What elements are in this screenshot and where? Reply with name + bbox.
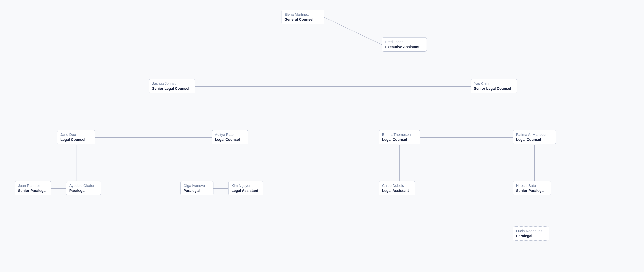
node-name-fatima: Fatima Al-Mansour <box>516 133 553 137</box>
svg-line-0 <box>324 17 382 45</box>
node-name-emma: Emma Thompson <box>382 133 417 137</box>
node-title-chloe: Legal Assistant <box>382 189 412 193</box>
node-name-olga: Olga Ivanova <box>184 184 210 188</box>
node-name-fred: Fred Jones <box>385 40 424 44</box>
node-jane[interactable]: Jane DoeLegal Counsel <box>57 130 95 144</box>
node-joshua[interactable]: Joshua JohnsonSenior Legal Counsel <box>149 79 195 93</box>
node-title-lucia: Paralegal <box>516 234 546 238</box>
node-title-juan: Senior Paralegal <box>18 189 48 193</box>
node-name-elena: Elena Martinez <box>284 12 321 17</box>
node-aditya[interactable]: Aditya PatelLegal Counsel <box>212 130 248 144</box>
node-title-jane: Legal Counsel <box>60 137 92 142</box>
node-title-fatima: Legal Counsel <box>516 137 553 142</box>
node-title-hiroshi: Senior Paralegal <box>516 189 548 193</box>
node-name-yao: Yao Chin <box>474 81 514 86</box>
node-kim[interactable]: Kim NguyenLegal Assistant <box>228 181 263 195</box>
node-hiroshi[interactable]: Hiroshi SatoSenior Paralegal <box>513 181 551 195</box>
node-olga[interactable]: Olga IvanovaParalegal <box>180 181 214 195</box>
node-title-aditya: Legal Counsel <box>215 137 245 142</box>
node-title-joshua: Senior Legal Counsel <box>152 86 192 91</box>
node-title-ayodele: Paralegal <box>69 189 98 193</box>
node-title-yao: Senior Legal Counsel <box>474 86 514 91</box>
node-name-kim: Kim Nguyen <box>232 184 260 188</box>
node-title-emma: Legal Counsel <box>382 137 417 142</box>
node-fatima[interactable]: Fatima Al-MansourLegal Counsel <box>513 130 556 144</box>
node-juan[interactable]: Juan RamirezSenior Paralegal <box>15 181 51 195</box>
node-name-ayodele: Ayodele Okafor <box>69 184 98 188</box>
node-name-hiroshi: Hiroshi Sato <box>516 184 548 188</box>
node-yao[interactable]: Yao ChinSenior Legal Counsel <box>471 79 517 93</box>
node-ayodele[interactable]: Ayodele OkaforParalegal <box>66 181 101 195</box>
node-title-olga: Paralegal <box>184 189 210 193</box>
node-chloe[interactable]: Chloe DuboisLegal Assistant <box>379 181 415 195</box>
org-chart: Elena MartinezGeneral CounselFred JonesE… <box>0 0 644 272</box>
node-name-chloe: Chloe Dubois <box>382 184 412 188</box>
node-title-kim: Legal Assistant <box>232 189 260 193</box>
node-emma[interactable]: Emma ThompsonLegal Counsel <box>379 130 420 144</box>
node-name-joshua: Joshua Johnson <box>152 81 192 86</box>
node-name-juan: Juan Ramirez <box>18 184 48 188</box>
node-name-jane: Jane Doe <box>60 133 92 137</box>
node-title-elena: General Counsel <box>284 17 321 22</box>
node-fred[interactable]: Fred JonesExecutive Assistant <box>382 37 427 51</box>
node-name-lucia: Lucia Rodriguez <box>516 229 546 233</box>
node-lucia[interactable]: Lucia RodriguezParalegal <box>513 226 549 241</box>
node-name-aditya: Aditya Patel <box>215 133 245 137</box>
node-elena[interactable]: Elena MartinezGeneral Counsel <box>281 10 324 24</box>
node-title-fred: Executive Assistant <box>385 45 424 49</box>
